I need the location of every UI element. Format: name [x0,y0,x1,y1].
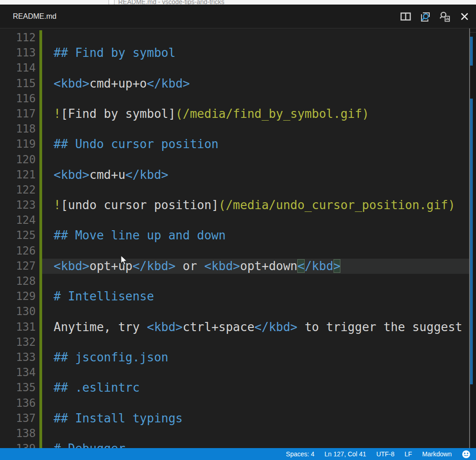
close-editor-button[interactable] [459,10,471,23]
code-text[interactable] [42,122,469,137]
code-text[interactable]: ## jsconfig.json [42,350,469,365]
code-text[interactable] [42,426,469,441]
line-number[interactable]: 131 [0,320,36,335]
code-line[interactable]: 127<kbd>opt+up</kbd> or <kbd>opt+down</k… [0,259,469,274]
code-text[interactable]: <kbd>opt+up</kbd> or <kbd>opt+down</kbd> [42,259,469,274]
line-number[interactable]: 114 [0,61,36,76]
line-number[interactable]: 116 [0,91,36,106]
code-text[interactable]: ![Find by symbol](/media/find_by_symbol.… [42,106,469,122]
split-editor-button[interactable] [399,10,411,23]
line-number[interactable]: 130 [0,304,36,319]
line-number[interactable]: 124 [0,213,36,228]
code-text[interactable]: ![undo cursor position](/media/undo_curs… [42,198,469,213]
code-line[interactable]: 122 [0,183,469,198]
status-item-cursor-position[interactable]: Ln 127, Col 41 [324,450,366,458]
line-number[interactable]: 118 [0,122,36,137]
status-item-encoding[interactable]: UTF-8 [376,450,394,458]
code-text[interactable]: ## Install typings [42,411,469,426]
code-line[interactable]: 131Anytime, try <kbd>ctrl+space</kbd> to… [0,320,469,335]
code-line[interactable]: 124 [0,213,469,228]
code-text[interactable]: ## Move line up and down [42,228,469,243]
code-text[interactable] [42,274,469,289]
code-text[interactable]: # Debugger [42,441,469,448]
code-text[interactable]: ## Undo cursor position [42,137,469,152]
code-line[interactable]: 116 [0,91,469,106]
code-line[interactable]: 123![undo cursor position](/media/undo_c… [0,198,469,213]
line-number[interactable]: 129 [0,289,36,304]
line-number[interactable]: 128 [0,274,36,289]
code-line[interactable]: 118 [0,122,469,137]
code-line[interactable]: 133## jsconfig.json [0,350,469,365]
token-h: ## Install typings [54,411,183,425]
code-text[interactable]: <kbd>cmd+up+o</kbd> [42,76,469,91]
code-line[interactable]: 136 [0,396,469,411]
feedback-smiley-button[interactable] [462,450,471,459]
status-item-language-mode[interactable]: Markdown [422,450,452,458]
line-number[interactable]: 132 [0,335,36,350]
status-item-indentation[interactable]: Spaces: 4 [286,450,314,458]
line-number[interactable]: 133 [0,350,36,365]
text-editor[interactable]: 112113## Find by symbol114115<kbd>cmd+up… [0,28,469,448]
code-text[interactable] [42,152,469,167]
code-line[interactable]: 119## Undo cursor position [0,137,469,152]
line-number[interactable]: 135 [0,380,36,395]
code-text[interactable]: ## .eslintrc [42,380,469,395]
code-line[interactable]: 112 [0,30,469,45]
code-line[interactable]: 126 [0,244,469,259]
line-number[interactable]: 137 [0,411,36,426]
line-number[interactable]: 115 [0,76,36,91]
line-number[interactable]: 126 [0,244,36,259]
code-line[interactable]: 134 [0,365,469,380]
code-text[interactable] [42,30,469,45]
line-number[interactable]: 112 [0,30,36,45]
line-number[interactable]: 122 [0,183,36,198]
code-line[interactable]: 130 [0,304,469,319]
line-number[interactable]: 121 [0,167,36,183]
code-text[interactable] [42,91,469,106]
code-text[interactable] [42,304,469,319]
code-line[interactable]: 113## Find by symbol [0,45,469,61]
editor-header: README.md [0,5,476,28]
open-preview-button[interactable] [419,10,431,23]
code-line[interactable]: 121<kbd>cmd+u</kbd> [0,167,469,183]
code-line[interactable]: 135## .eslintrc [0,380,469,395]
code-text[interactable]: # Intellisense [42,289,469,304]
code-text[interactable]: <kbd>cmd+u</kbd> [42,167,469,183]
line-number[interactable]: 136 [0,396,36,411]
code-line[interactable]: 137## Install typings [0,411,469,426]
preview-pane-top-edge [470,32,476,33]
line-number[interactable]: 113 [0,45,36,61]
line-number[interactable]: 134 [0,365,36,380]
code-line[interactable]: 114 [0,61,469,76]
code-text[interactable] [42,244,469,259]
line-number[interactable]: 139 [0,441,36,448]
code-line[interactable]: 128 [0,274,469,289]
code-text[interactable]: Anytime, try <kbd>ctrl+space</kbd> to tr… [42,320,469,335]
code-line[interactable]: 120 [0,152,469,167]
code-line[interactable]: 125## Move line up and down [0,228,469,243]
status-item-eol[interactable]: LF [405,450,412,458]
open-preview-side-button[interactable] [439,10,451,23]
token-tag: <kbd> [54,168,89,182]
code-line[interactable]: 117![Find by symbol](/media/find_by_symb… [0,106,469,122]
code-text[interactable] [42,365,469,380]
code-text[interactable] [42,61,469,76]
code-text[interactable] [42,396,469,411]
code-text[interactable] [42,213,469,228]
code-text[interactable]: ## Find by symbol [42,45,469,61]
line-number[interactable]: 123 [0,198,36,213]
code-line[interactable]: 132 [0,335,469,350]
code-line[interactable]: 138 [0,426,469,441]
code-line[interactable]: 129# Intellisense [0,289,469,304]
line-number[interactable]: 138 [0,426,36,441]
token-txt: cmd+up+o [89,77,147,90]
line-number[interactable]: 117 [0,106,36,122]
code-line[interactable]: 139# Debugger [0,441,469,448]
code-text[interactable] [42,335,469,350]
code-text[interactable] [42,183,469,198]
line-number[interactable]: 119 [0,137,36,152]
line-number[interactable]: 120 [0,152,36,167]
line-number[interactable]: 127 [0,259,36,274]
code-line[interactable]: 115<kbd>cmd+up+o</kbd> [0,76,469,91]
line-number[interactable]: 125 [0,228,36,243]
